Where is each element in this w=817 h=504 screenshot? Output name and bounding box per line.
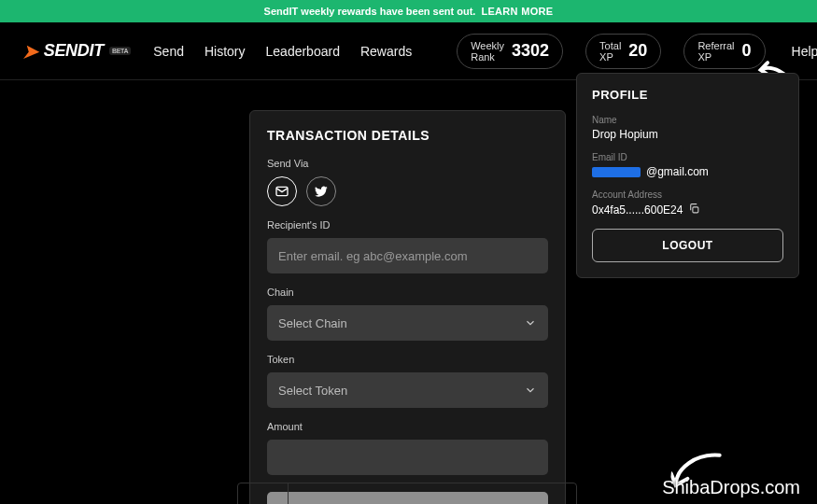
profile-popover: PROFILE Name Drop Hopium Email ID @gmail… <box>576 73 799 278</box>
learn-more-link[interactable]: LEARN MORE <box>481 6 553 17</box>
recipient-label: Recipient's ID <box>267 219 548 231</box>
name-label: Name <box>592 115 783 125</box>
nav-rewards[interactable]: Rewards <box>360 44 412 59</box>
amount-label: Amount <box>267 421 548 432</box>
copy-icon <box>688 203 700 215</box>
nav-items: Send History Leaderboard Rewards <box>153 44 412 59</box>
watermark: ShibaDrops.com <box>662 477 800 498</box>
referral-xp-label: Referral XP <box>697 40 734 63</box>
profile-title: PROFILE <box>592 88 783 102</box>
email-redacted <box>592 167 641 177</box>
logo-icon: ➤ <box>22 40 38 63</box>
chevron-down-icon <box>524 384 537 397</box>
referral-xp-value: 0 <box>742 41 752 61</box>
logo-text: SENDIT <box>44 41 104 61</box>
send-via-email[interactable] <box>267 176 297 206</box>
logout-button[interactable]: LOGOUT <box>592 229 783 262</box>
address-label: Account Address <box>592 189 783 200</box>
bottom-tab-strip[interactable] <box>237 483 577 504</box>
email-value: @gmail.com <box>592 165 783 178</box>
mail-icon <box>275 184 289 199</box>
twitter-icon <box>314 184 329 199</box>
chain-label: Chain <box>267 287 548 298</box>
send-via-label: Send Via <box>267 158 548 169</box>
token-select[interactable]: Select Token <box>267 372 548 408</box>
email-suffix: @gmail.com <box>646 165 709 178</box>
nav-leaderboard[interactable]: Leaderboard <box>266 44 340 59</box>
chevron-down-icon <box>524 316 537 329</box>
name-value: Drop Hopium <box>592 128 783 141</box>
transaction-card: TRANSACTION DETAILS Send Via Recipient's… <box>249 110 566 504</box>
help-link[interactable]: Help <box>792 44 817 59</box>
reward-banner: SendIT weekly rewards have been sent out… <box>0 0 817 22</box>
recipient-input[interactable] <box>267 238 548 273</box>
nav-history[interactable]: History <box>204 44 246 59</box>
svg-rect-2 <box>693 207 698 213</box>
token-label: Token <box>267 354 548 365</box>
banner-text: SendIT weekly rewards have been sent out… <box>264 6 476 17</box>
nav-send[interactable]: Send <box>153 44 184 59</box>
navbar: ➤ SENDIT BETA Send History Leaderboard R… <box>0 22 817 80</box>
send-via-twitter[interactable] <box>306 176 336 206</box>
weekly-rank-pill[interactable]: Weekly Rank 3302 <box>457 34 563 69</box>
card-title: TRANSACTION DETAILS <box>267 128 548 143</box>
address-value: 0x4fa5......600E24 <box>592 203 783 217</box>
total-xp-value: 20 <box>628 41 647 61</box>
total-xp-pill[interactable]: Total XP 20 <box>585 34 661 69</box>
referral-xp-pill[interactable]: Referral XP 0 <box>683 34 765 69</box>
weekly-rank-value: 3302 <box>512 41 549 61</box>
logo[interactable]: ➤ SENDIT BETA <box>22 40 131 63</box>
amount-input[interactable] <box>267 440 548 475</box>
weekly-rank-label: Weekly Rank <box>471 40 504 63</box>
chain-select[interactable]: Select Chain <box>267 305 548 341</box>
email-label: Email ID <box>592 152 783 162</box>
copy-address-button[interactable] <box>688 203 700 217</box>
beta-badge: BETA <box>109 47 131 55</box>
token-placeholder: Select Token <box>278 384 347 398</box>
chain-placeholder: Select Chain <box>278 316 347 330</box>
total-xp-label: Total XP <box>599 40 621 63</box>
